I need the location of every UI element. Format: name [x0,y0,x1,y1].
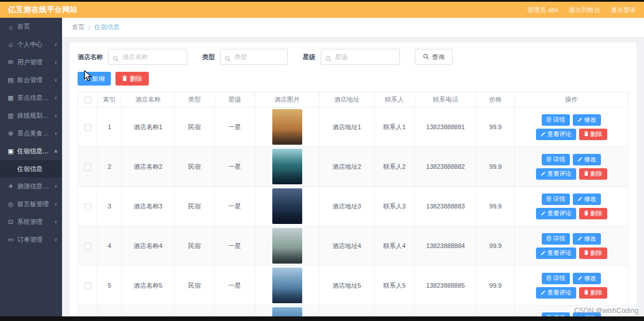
edit-button[interactable]: 修改 [573,194,601,205]
cell-phone: 13823888885 [415,266,477,305]
select-all-checkbox[interactable] [84,96,91,103]
cell-phone: 13823888883 [415,187,477,226]
sidebar-item[interactable]: ✈旅游信息管理∨ [0,177,62,195]
admin-user-label[interactable]: 管理员 abo [527,6,558,14]
scenic-info-icon: ▦ [6,94,15,102]
cell-address: 酒店地址6 [319,305,375,317]
search-icon [113,54,119,64]
edit-icon [541,171,546,177]
hotel-name-input[interactable] [108,49,187,65]
delete-row-button[interactable]: 删除 [579,208,607,219]
exit-to-front-link[interactable]: 退出到前台 [569,6,600,14]
column-header: 价格 [477,92,515,107]
edit-icon [577,196,583,203]
sidebar-item[interactable]: ▭订单管理∨ [0,231,62,249]
delete-row-button[interactable]: 删除 [579,129,607,140]
edit-button[interactable]: 修改 [573,233,601,245]
edit-icon [541,289,546,296]
view-comments-button[interactable]: 查看评论 [536,168,576,180]
sidebar-item-label: 路线规划管理 [17,111,52,120]
sidebar-subitem[interactable]: 住宿信息 [0,160,62,177]
detail-button[interactable]: 详情 [542,233,570,245]
row-checkbox[interactable] [84,203,91,210]
sidebar-item[interactable]: ✉用户管理∨ [0,53,62,71]
cell-index: 5 [98,266,122,305]
cell-contact: 联系人2 [375,147,415,187]
sidebar-item[interactable]: ⌂首页 [0,18,62,36]
breadcrumb-home-link[interactable]: 首页 [72,23,84,32]
sidebar-item[interactable]: ⊕景点美食管理∨ [0,125,62,142]
edit-icon [541,210,546,217]
detail-button[interactable]: 详情 [542,273,570,284]
chevron-down-icon: ∨ [52,202,57,207]
sidebar-item[interactable]: ⊡系统管理∨ [0,213,62,231]
cell-address: 酒店地址5 [319,266,375,305]
row-checkbox[interactable] [84,124,91,131]
mail-icon: ✉ [6,59,15,66]
cell-type: 民宿 [175,226,215,266]
view-comments-button[interactable]: 查看评论 [536,129,576,140]
row-actions: 详情修改查看评论删除 [516,270,627,301]
sidebar-item[interactable]: ☺个人中心∨ [0,36,62,53]
cell-hotel-name: 酒店名称6 [122,305,175,317]
sidebar-item-label: 留言板管理 [17,200,49,208]
cell-hotel-name: 酒店名称2 [122,147,175,187]
sidebar-item[interactable]: ▥路线规划管理∨ [0,107,62,125]
star-field: 星级 [303,49,400,65]
window-bottom-edge [0,316,644,321]
cell-index: 6 [98,305,122,317]
row-checkbox[interactable] [84,164,91,171]
column-header: 索引 [98,92,122,107]
query-button[interactable]: 查询 [415,49,453,65]
detail-button[interactable]: 详情 [542,194,570,205]
cell-star: 一星 [215,266,255,305]
system-icon: ⊡ [6,218,15,226]
table-row: 1酒店名称1民宿一星酒店地址1联系人11382388888199.9详情修改查看… [78,107,628,147]
row-checkbox[interactable] [84,283,91,289]
view-comments-button[interactable]: 查看评论 [536,208,576,219]
watermark: CSDN @wishCoding [574,307,638,315]
delete-row-button[interactable]: 删除 [579,287,607,299]
delete-row-button[interactable]: 删除 [579,168,607,180]
sidebar-item[interactable]: ▣住宿信息管理∧ [0,142,62,160]
edit-button[interactable]: 修改 [573,114,601,126]
column-header: 酒店地址 [319,92,375,107]
hotel-photo [272,268,302,303]
edit-button[interactable]: 修改 [573,154,601,165]
chevron-down-icon: ∨ [52,184,57,189]
sidebar-item-label: 首页 [17,22,30,31]
cell-index: 4 [98,226,122,266]
view-comments-button[interactable]: 查看评论 [536,287,576,299]
travel-info-icon: ✈ [6,183,15,190]
cell-hotel-name: 酒店名称3 [122,187,175,226]
sidebar-item-label: 旅游信息管理 [17,182,52,191]
breadcrumb-current: 住宿信息 [94,23,119,32]
detail-button[interactable]: 详情 [542,154,570,165]
cell-star: 一星 [215,187,255,226]
chevron-down-icon: ∨ [52,237,57,242]
sidebar-item-label: 系统管理 [17,218,43,226]
delete-row-button[interactable]: 删除 [579,247,607,259]
hotel-name-label: 酒店名称 [78,53,103,61]
sidebar-item[interactable]: ▦景点信息管理∨ [0,89,62,107]
cell-hotel-name: 酒店名称1 [122,107,175,147]
search-icon [225,54,231,64]
star-input[interactable] [321,49,400,65]
sidebar-item[interactable]: ▤前台管理∨ [0,71,62,89]
add-button[interactable]: 新增 [78,72,111,86]
view-comments-button[interactable]: 查看评论 [536,247,576,259]
edit-button[interactable]: 修改 [573,273,601,284]
row-checkbox[interactable] [84,243,91,250]
logout-link[interactable]: 退出登录 [611,6,636,14]
detail-button[interactable]: 详情 [542,114,570,126]
hotel-photo [272,109,302,145]
sidebar-item[interactable]: ◎留言板管理∨ [0,195,62,213]
trash-icon [122,75,128,83]
cell-price: 99.9 [477,147,515,187]
detail-button[interactable]: 详情 [542,312,570,317]
cell-address: 酒店地址3 [319,187,375,226]
delete-button[interactable]: 删除 [115,72,149,86]
table-toolbar: 新增 删除 [78,72,628,86]
column-header: 酒店名称 [122,92,175,107]
cell-phone: 13823888881 [415,107,477,147]
